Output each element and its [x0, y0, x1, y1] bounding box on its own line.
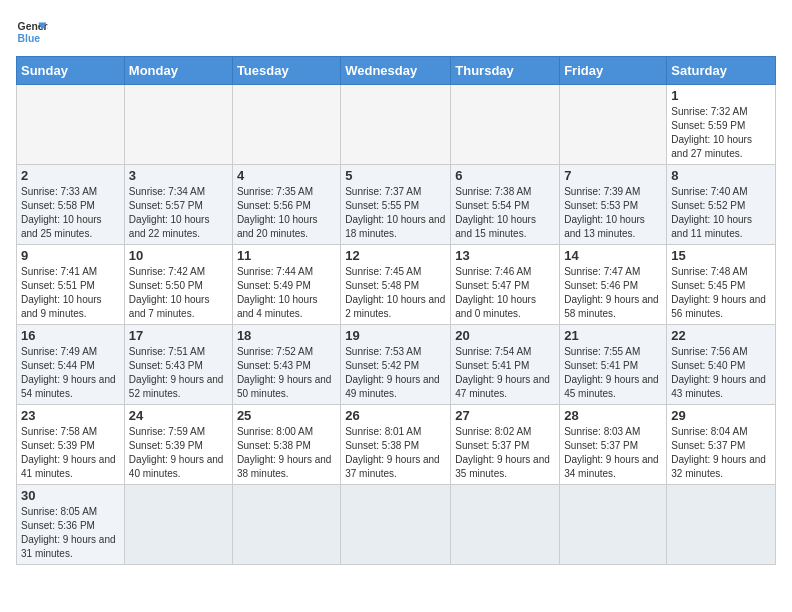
day-cell: 29Sunrise: 8:04 AM Sunset: 5:37 PM Dayli… — [667, 405, 776, 485]
day-cell — [232, 485, 340, 565]
day-cell: 6Sunrise: 7:38 AM Sunset: 5:54 PM Daylig… — [451, 165, 560, 245]
day-number: 24 — [129, 408, 228, 423]
day-info: Sunrise: 7:42 AM Sunset: 5:50 PM Dayligh… — [129, 265, 228, 321]
day-number: 27 — [455, 408, 555, 423]
day-cell — [451, 485, 560, 565]
day-info: Sunrise: 7:34 AM Sunset: 5:57 PM Dayligh… — [129, 185, 228, 241]
day-cell: 24Sunrise: 7:59 AM Sunset: 5:39 PM Dayli… — [124, 405, 232, 485]
weekday-header-friday: Friday — [560, 57, 667, 85]
day-number: 16 — [21, 328, 120, 343]
day-number: 11 — [237, 248, 336, 263]
day-info: Sunrise: 7:40 AM Sunset: 5:52 PM Dayligh… — [671, 185, 771, 241]
week-row-2: 2Sunrise: 7:33 AM Sunset: 5:58 PM Daylig… — [17, 165, 776, 245]
day-number: 8 — [671, 168, 771, 183]
day-cell — [667, 485, 776, 565]
day-cell: 2Sunrise: 7:33 AM Sunset: 5:58 PM Daylig… — [17, 165, 125, 245]
day-number: 1 — [671, 88, 771, 103]
week-row-4: 16Sunrise: 7:49 AM Sunset: 5:44 PM Dayli… — [17, 325, 776, 405]
weekday-header-monday: Monday — [124, 57, 232, 85]
day-cell: 12Sunrise: 7:45 AM Sunset: 5:48 PM Dayli… — [341, 245, 451, 325]
day-cell: 17Sunrise: 7:51 AM Sunset: 5:43 PM Dayli… — [124, 325, 232, 405]
day-info: Sunrise: 7:56 AM Sunset: 5:40 PM Dayligh… — [671, 345, 771, 401]
day-cell: 14Sunrise: 7:47 AM Sunset: 5:46 PM Dayli… — [560, 245, 667, 325]
day-number: 9 — [21, 248, 120, 263]
day-cell — [341, 85, 451, 165]
day-cell — [17, 85, 125, 165]
weekday-header-sunday: Sunday — [17, 57, 125, 85]
week-row-5: 23Sunrise: 7:58 AM Sunset: 5:39 PM Dayli… — [17, 405, 776, 485]
day-number: 18 — [237, 328, 336, 343]
day-number: 29 — [671, 408, 771, 423]
day-info: Sunrise: 8:03 AM Sunset: 5:37 PM Dayligh… — [564, 425, 662, 481]
day-cell: 19Sunrise: 7:53 AM Sunset: 5:42 PM Dayli… — [341, 325, 451, 405]
weekday-header-tuesday: Tuesday — [232, 57, 340, 85]
day-info: Sunrise: 7:47 AM Sunset: 5:46 PM Dayligh… — [564, 265, 662, 321]
day-number: 3 — [129, 168, 228, 183]
logo: General Blue — [16, 16, 48, 48]
day-cell: 13Sunrise: 7:46 AM Sunset: 5:47 PM Dayli… — [451, 245, 560, 325]
page-header: General Blue — [16, 16, 776, 48]
day-number: 5 — [345, 168, 446, 183]
day-info: Sunrise: 7:39 AM Sunset: 5:53 PM Dayligh… — [564, 185, 662, 241]
day-cell: 25Sunrise: 8:00 AM Sunset: 5:38 PM Dayli… — [232, 405, 340, 485]
day-number: 25 — [237, 408, 336, 423]
day-info: Sunrise: 8:05 AM Sunset: 5:36 PM Dayligh… — [21, 505, 120, 561]
day-cell: 30Sunrise: 8:05 AM Sunset: 5:36 PM Dayli… — [17, 485, 125, 565]
day-cell: 10Sunrise: 7:42 AM Sunset: 5:50 PM Dayli… — [124, 245, 232, 325]
day-cell: 1Sunrise: 7:32 AM Sunset: 5:59 PM Daylig… — [667, 85, 776, 165]
day-info: Sunrise: 7:48 AM Sunset: 5:45 PM Dayligh… — [671, 265, 771, 321]
week-row-6: 30Sunrise: 8:05 AM Sunset: 5:36 PM Dayli… — [17, 485, 776, 565]
day-cell — [451, 85, 560, 165]
day-cell: 27Sunrise: 8:02 AM Sunset: 5:37 PM Dayli… — [451, 405, 560, 485]
day-number: 20 — [455, 328, 555, 343]
day-number: 4 — [237, 168, 336, 183]
day-info: Sunrise: 7:35 AM Sunset: 5:56 PM Dayligh… — [237, 185, 336, 241]
week-row-1: 1Sunrise: 7:32 AM Sunset: 5:59 PM Daylig… — [17, 85, 776, 165]
day-cell: 9Sunrise: 7:41 AM Sunset: 5:51 PM Daylig… — [17, 245, 125, 325]
day-cell: 22Sunrise: 7:56 AM Sunset: 5:40 PM Dayli… — [667, 325, 776, 405]
day-number: 13 — [455, 248, 555, 263]
calendar-table: SundayMondayTuesdayWednesdayThursdayFrid… — [16, 56, 776, 565]
weekday-header-row: SundayMondayTuesdayWednesdayThursdayFrid… — [17, 57, 776, 85]
day-cell: 4Sunrise: 7:35 AM Sunset: 5:56 PM Daylig… — [232, 165, 340, 245]
day-cell: 16Sunrise: 7:49 AM Sunset: 5:44 PM Dayli… — [17, 325, 125, 405]
day-cell: 5Sunrise: 7:37 AM Sunset: 5:55 PM Daylig… — [341, 165, 451, 245]
day-cell — [560, 85, 667, 165]
day-info: Sunrise: 7:49 AM Sunset: 5:44 PM Dayligh… — [21, 345, 120, 401]
day-number: 10 — [129, 248, 228, 263]
svg-text:Blue: Blue — [18, 33, 41, 44]
day-cell — [560, 485, 667, 565]
day-cell: 18Sunrise: 7:52 AM Sunset: 5:43 PM Dayli… — [232, 325, 340, 405]
day-number: 26 — [345, 408, 446, 423]
day-cell: 28Sunrise: 8:03 AM Sunset: 5:37 PM Dayli… — [560, 405, 667, 485]
day-cell: 8Sunrise: 7:40 AM Sunset: 5:52 PM Daylig… — [667, 165, 776, 245]
weekday-header-thursday: Thursday — [451, 57, 560, 85]
day-number: 14 — [564, 248, 662, 263]
day-cell: 26Sunrise: 8:01 AM Sunset: 5:38 PM Dayli… — [341, 405, 451, 485]
day-info: Sunrise: 8:02 AM Sunset: 5:37 PM Dayligh… — [455, 425, 555, 481]
day-number: 2 — [21, 168, 120, 183]
day-cell — [232, 85, 340, 165]
day-cell: 7Sunrise: 7:39 AM Sunset: 5:53 PM Daylig… — [560, 165, 667, 245]
day-info: Sunrise: 7:51 AM Sunset: 5:43 PM Dayligh… — [129, 345, 228, 401]
day-number: 28 — [564, 408, 662, 423]
day-cell — [124, 85, 232, 165]
logo-icon: General Blue — [16, 16, 48, 48]
day-cell: 20Sunrise: 7:54 AM Sunset: 5:41 PM Dayli… — [451, 325, 560, 405]
weekday-header-wednesday: Wednesday — [341, 57, 451, 85]
day-info: Sunrise: 7:54 AM Sunset: 5:41 PM Dayligh… — [455, 345, 555, 401]
day-info: Sunrise: 8:04 AM Sunset: 5:37 PM Dayligh… — [671, 425, 771, 481]
day-info: Sunrise: 7:38 AM Sunset: 5:54 PM Dayligh… — [455, 185, 555, 241]
day-info: Sunrise: 8:00 AM Sunset: 5:38 PM Dayligh… — [237, 425, 336, 481]
day-info: Sunrise: 7:37 AM Sunset: 5:55 PM Dayligh… — [345, 185, 446, 241]
day-number: 12 — [345, 248, 446, 263]
week-row-3: 9Sunrise: 7:41 AM Sunset: 5:51 PM Daylig… — [17, 245, 776, 325]
day-number: 23 — [21, 408, 120, 423]
day-info: Sunrise: 7:32 AM Sunset: 5:59 PM Dayligh… — [671, 105, 771, 161]
day-cell: 15Sunrise: 7:48 AM Sunset: 5:45 PM Dayli… — [667, 245, 776, 325]
day-number: 15 — [671, 248, 771, 263]
day-info: Sunrise: 7:53 AM Sunset: 5:42 PM Dayligh… — [345, 345, 446, 401]
day-number: 21 — [564, 328, 662, 343]
day-info: Sunrise: 7:45 AM Sunset: 5:48 PM Dayligh… — [345, 265, 446, 321]
day-cell — [124, 485, 232, 565]
